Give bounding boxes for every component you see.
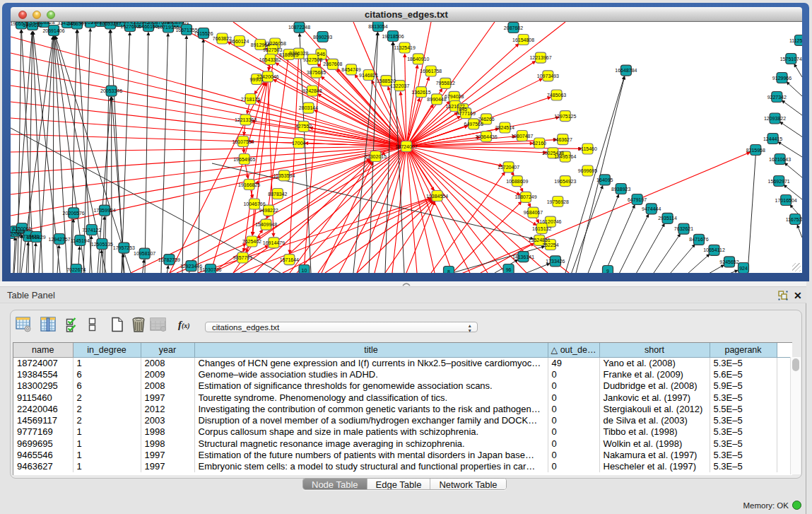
svg-text:6479197: 6479197 — [628, 197, 647, 202]
svg-text:89089901: 89089901 — [167, 22, 189, 25]
svg-text:99901: 99901 — [249, 77, 264, 82]
svg-text:8813054: 8813054 — [368, 24, 387, 29]
svg-text:8215958: 8215958 — [746, 148, 765, 153]
svg-text:7374122: 7374122 — [82, 228, 101, 233]
svg-text:19166825: 19166825 — [238, 182, 260, 187]
svg-text:16107554: 16107554 — [232, 139, 254, 144]
svg-text:15720407: 15720407 — [498, 165, 519, 170]
svg-text:10: 10 — [302, 268, 307, 273]
svg-text:10046766: 10046766 — [243, 201, 265, 206]
svg-text:164095: 164095 — [596, 177, 613, 182]
svg-text:252254: 252254 — [542, 243, 558, 247]
svg-text:2935114: 2935114 — [658, 216, 677, 221]
svg-text:9684067: 9684067 — [524, 210, 543, 215]
svg-text:18807249: 18807249 — [514, 194, 536, 199]
svg-text:8: 8 — [447, 269, 450, 274]
svg-text:9699695: 9699695 — [578, 168, 597, 173]
svg-text:17359924: 17359924 — [93, 208, 115, 213]
svg-text:3824514: 3824514 — [495, 125, 514, 130]
svg-text:1733426: 1733426 — [546, 259, 565, 264]
svg-text:15409948: 15409948 — [255, 222, 277, 227]
svg-text:9474444: 9474444 — [642, 206, 661, 211]
svg-text:8350061: 8350061 — [12, 226, 31, 231]
svg-text:42868828: 42868828 — [33, 22, 54, 25]
svg-text:427552: 427552 — [295, 124, 312, 129]
svg-text:1167534: 1167534 — [786, 217, 802, 222]
svg-text:10807487: 10807487 — [511, 134, 533, 139]
svg-text:8186323: 8186323 — [279, 52, 298, 57]
svg-text:16154808: 16154808 — [512, 37, 534, 42]
svg-text:16914479: 16914479 — [263, 240, 285, 245]
svg-text:20364436: 20364436 — [475, 134, 497, 139]
svg-text:16961758: 16961758 — [420, 69, 442, 74]
svg-text:8471676: 8471676 — [689, 237, 708, 242]
svg-text:1615132: 1615132 — [532, 226, 551, 231]
svg-text:8660124: 8660124 — [230, 39, 249, 44]
svg-text:7632621: 7632621 — [674, 226, 693, 231]
svg-text:62160: 62160 — [532, 141, 546, 146]
svg-text:1362615: 1362615 — [411, 90, 430, 95]
svg-text:15751074: 15751074 — [780, 57, 802, 62]
svg-text:11125419: 11125419 — [789, 38, 802, 43]
svg-text:7515526: 7515526 — [194, 31, 213, 36]
svg-text:20053346: 20053346 — [100, 88, 122, 93]
svg-text:9327503: 9327503 — [263, 47, 282, 52]
svg-text:6794028: 6794028 — [445, 94, 464, 99]
svg-text:10958107: 10958107 — [134, 251, 155, 256]
svg-text:8990448: 8990448 — [427, 97, 446, 102]
svg-text:2087682: 2087682 — [504, 25, 523, 30]
svg-text:3875685: 3875685 — [307, 70, 326, 75]
svg-text:12213363: 12213363 — [235, 117, 257, 122]
svg-text:18724007: 18724007 — [395, 144, 417, 149]
svg-text:9777169: 9777169 — [457, 111, 476, 116]
svg-text:10973493: 10973493 — [537, 74, 559, 78]
svg-text:19218506: 19218506 — [382, 34, 404, 39]
svg-text:1527602: 1527602 — [120, 24, 139, 29]
svg-text:12093822: 12093822 — [764, 116, 786, 121]
svg-text:8938923: 8938923 — [611, 187, 630, 192]
svg-text:9227342: 9227342 — [767, 95, 787, 100]
svg-text:8090293: 8090293 — [313, 35, 332, 40]
svg-text:10654112: 10654112 — [703, 247, 725, 252]
svg-text:9129966: 9129966 — [772, 76, 792, 81]
svg-text:17957253: 17957253 — [113, 245, 135, 250]
svg-text:19384554: 19384554 — [426, 194, 448, 199]
svg-text:19654965: 19654965 — [233, 157, 255, 162]
svg-text:9146821: 9146821 — [359, 73, 378, 78]
svg-text:7485063: 7485063 — [547, 93, 566, 98]
svg-text:7663822: 7663822 — [213, 36, 232, 41]
svg-text:1145194: 1145194 — [71, 238, 90, 243]
svg-text:9498222: 9498222 — [259, 208, 278, 213]
svg-text:16543382: 16543382 — [259, 57, 281, 62]
svg-text:15692971: 15692971 — [768, 179, 790, 184]
svg-text:10872248: 10872248 — [288, 25, 310, 30]
svg-text:9: 9 — [606, 269, 609, 274]
svg-text:10688609: 10688609 — [506, 179, 528, 184]
svg-text:746266: 746266 — [478, 117, 494, 122]
svg-text:17004: 17004 — [292, 141, 306, 146]
svg-text:12505135: 12505135 — [91, 242, 113, 247]
svg-text:23302015: 23302015 — [365, 154, 387, 159]
svg-text:12213967: 12213967 — [529, 55, 551, 60]
svg-text:1571644: 1571644 — [280, 257, 299, 262]
svg-text:1322037: 1322037 — [390, 83, 409, 88]
svg-text:19654923: 19654923 — [554, 179, 576, 184]
svg-text:91030736: 91030736 — [199, 267, 221, 272]
svg-text:12975125: 12975125 — [554, 114, 576, 119]
svg-text:7955812: 7955812 — [436, 81, 455, 86]
svg-text:9327508: 9327508 — [303, 57, 322, 62]
svg-text:16120746: 16120746 — [539, 219, 561, 224]
svg-text:6466160: 6466160 — [139, 24, 158, 29]
svg-text:16782759: 16782759 — [158, 257, 180, 262]
svg-text:11325419: 11325419 — [394, 45, 416, 50]
svg-text:2803144: 2803144 — [299, 105, 318, 110]
svg-text:13495764: 13495764 — [554, 154, 576, 159]
svg-text:16210643: 16210643 — [769, 157, 791, 162]
svg-text:924: 924 — [739, 266, 748, 271]
svg-text:9857791: 9857791 — [233, 255, 252, 260]
svg-text:9245652: 9245652 — [719, 259, 739, 264]
svg-text:6497568: 6497568 — [464, 122, 483, 127]
svg-text:9115460: 9115460 — [578, 146, 597, 151]
svg-text:8878342: 8878342 — [268, 192, 287, 197]
svg-text:2867608: 2867608 — [323, 62, 342, 66]
